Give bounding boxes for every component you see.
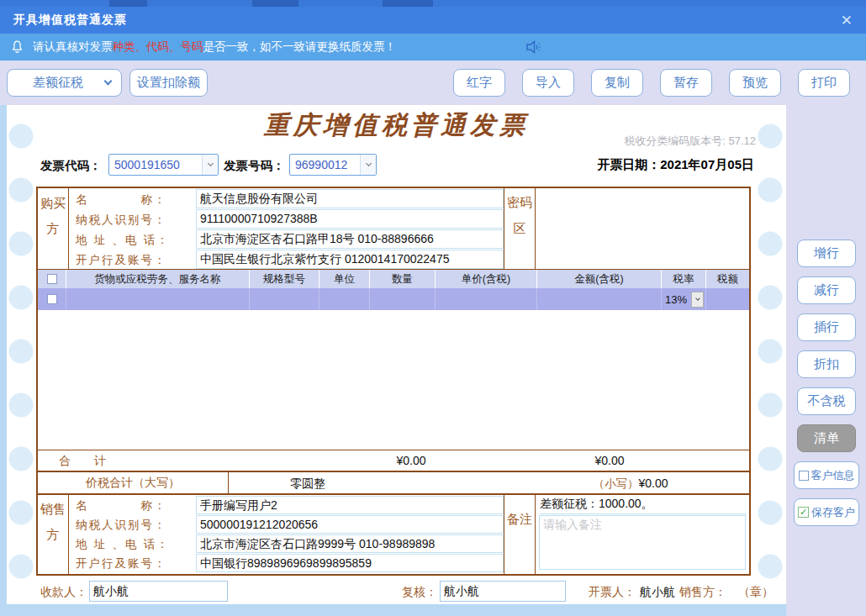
tax-mode-select[interactable]: 差额征税 — [7, 69, 122, 97]
invoice-form: 购买方 名 称： 纳税人识别号： 地 址 、电 话： 开户行及账号： 航天信息股… — [36, 187, 751, 576]
import-button[interactable]: 导入 — [522, 69, 574, 97]
buyer-bank-field[interactable]: 中国民生银行北京紫竹支行 0120014170022475 — [196, 250, 504, 269]
remarks-line1[interactable]: 差额征税：1000.00。 — [540, 497, 747, 514]
notice-bar: 请认真核对发票种类、代码、号码是否一致，如不一致请更换纸质发票！ — [0, 34, 866, 61]
print-button[interactable]: 打印 — [798, 69, 850, 97]
seller-section: 销售方 名 称： 纳税人识别号： 地 址 、电 话： 开户行及账号： 手册编写用… — [38, 493, 749, 574]
tax-code-version-note: 税收分类编码版本号: 57.12 — [624, 134, 756, 149]
reviewer-label: 复核： — [402, 585, 437, 600]
unit-cell[interactable] — [319, 288, 370, 310]
buyer-name-field[interactable]: 航天信息股份有限公司 — [196, 189, 504, 208]
tax-rate-cell: 13% — [662, 288, 706, 310]
seller-address-field[interactable]: 北京市海淀区杏石口路9999号 010-98989898 — [196, 534, 504, 553]
payee-input[interactable] — [89, 581, 228, 602]
seller-bank-field[interactable]: 中国银行8989896969899895859 — [196, 554, 504, 572]
spec-cell[interactable] — [250, 288, 319, 310]
invoice-code-label: 发票代码： — [40, 158, 102, 174]
chevron-down-icon — [104, 77, 113, 86]
tax-mode-value: 差额征税 — [11, 75, 105, 91]
remove-row-button[interactable]: 减行 — [797, 276, 856, 304]
col-qty: 数量 — [370, 270, 436, 288]
item-row-1[interactable]: 13% — [38, 288, 749, 310]
buyer-taxid-field[interactable]: 91110000710927388B — [196, 209, 504, 229]
remarks-side-label: 备注 — [504, 495, 536, 574]
buyer-address-field[interactable]: 北京市海淀区杏石口路甲18号 010-88896666 — [196, 229, 504, 249]
grand-total-row: 价税合计（大写） 零圆整 （小写）¥0.00 — [38, 471, 749, 493]
tax-rate-select[interactable]: 13% — [662, 292, 705, 308]
seller-bank-label: 开户行及账号： — [76, 556, 198, 571]
col-tax-rate: 税率 — [662, 270, 706, 288]
grand-total-label: 价税合计（大写） — [38, 472, 229, 493]
row-checkbox[interactable] — [47, 294, 57, 304]
invoice-code-value: 5000191650 — [109, 158, 202, 171]
save-customer-label: 保存客户 — [811, 505, 855, 520]
toolbar-actions: 红字 导入 复制 暂存 预览 打印 — [453, 69, 850, 97]
customer-info-button[interactable]: 客户信息 — [794, 461, 859, 489]
grand-total-value: ¥0.00 — [638, 476, 668, 490]
invoice-dialog: 开具增值税普通发票 ✕ 请认真核对发票种类、代码、号码是否一致，如不一致请更换纸… — [0, 7, 866, 616]
list-button[interactable]: 清单 — [797, 424, 856, 452]
items-table-header: 货物或应税劳务、服务名称 规格型号 单位 数量 单价(含税) 金额(含税) 税率… — [38, 269, 749, 288]
notice-suffix: 是否一致，如不一致请更换纸质发票！ — [203, 40, 397, 53]
background-window-fragment — [252, 0, 298, 7]
col-amount: 金额(含税) — [537, 270, 662, 288]
seller-name-label: 名 称： — [76, 498, 198, 513]
totals-row: 合 计 ¥0.00 ¥0.00 — [38, 450, 749, 471]
action-sidebar: 增行 减行 插行 折扣 不含税 清单 客户信息 ✓ 保存客户 — [786, 105, 866, 616]
chevron-down-icon — [360, 155, 376, 175]
save-draft-button[interactable]: 暂存 — [660, 69, 712, 97]
notice-emphasis: 种类、代码、号码 — [113, 40, 203, 53]
password-area-side-label: 密码区 — [504, 188, 536, 269]
seller-name-field[interactable]: 手册编写用户2 — [196, 496, 504, 514]
background-window-fragment — [109, 0, 147, 7]
select-all-checkbox[interactable] — [47, 274, 57, 284]
qty-cell[interactable] — [370, 288, 436, 310]
seller-stamp-value: （章） — [738, 585, 774, 598]
buyer-side-label: 购买方 — [38, 188, 69, 269]
issuer-label: 开票人： — [589, 585, 636, 600]
insert-row-button[interactable]: 插行 — [797, 313, 856, 341]
col-goods-name: 货物或应税劳务、服务名称 — [66, 270, 250, 288]
customer-info-checkbox[interactable] — [799, 471, 809, 481]
invoice-number-label: 发票号码： — [224, 158, 285, 174]
dialog-titlebar: 开具增值税普通发票 ✕ — [0, 7, 866, 34]
bell-icon — [10, 39, 24, 55]
tax-exclusive-button[interactable]: 不含税 — [797, 387, 856, 415]
perforation-dots-left — [8, 123, 34, 580]
col-unit: 单位 — [319, 270, 370, 288]
save-customer-button[interactable]: ✓ 保存客户 — [794, 498, 859, 526]
toolbar: 差额征税 设置扣除额 红字 导入 复制 暂存 预览 打印 — [0, 61, 866, 105]
goods-name-cell[interactable] — [66, 288, 250, 310]
amount-cell[interactable] — [537, 288, 662, 310]
buyer-bank-label: 开户行及账号： — [76, 253, 198, 268]
unit-price-cell[interactable] — [436, 288, 537, 310]
buyer-taxid-label: 纳税人识别号： — [76, 213, 198, 228]
reviewer-input[interactable] — [440, 581, 566, 602]
close-icon[interactable]: ✕ — [841, 13, 853, 28]
copy-button[interactable]: 复制 — [591, 69, 643, 97]
discount-button[interactable]: 折扣 — [797, 350, 856, 378]
seller-stamp-label: 销售方： — [679, 585, 726, 598]
invoice-code-select[interactable]: 5000191650 — [108, 154, 219, 176]
grand-total-small-label: （小写） — [593, 476, 638, 490]
tax-rate-value: 13% — [665, 293, 691, 306]
red-letter-button[interactable]: 红字 — [453, 69, 505, 97]
preview-button[interactable]: 预览 — [729, 69, 781, 97]
set-deduction-button[interactable]: 设置扣除额 — [129, 69, 208, 97]
invoice-paper: 重庆增值税普通发票 税收分类编码版本号: 57.12 发票代码： 5000191… — [7, 105, 786, 604]
tax-amount-cell[interactable] — [706, 288, 749, 310]
invoice-date-label: 开票日期： — [597, 157, 660, 171]
seller-taxid-field[interactable]: 500000191212020656 — [196, 515, 504, 534]
col-spec: 规格型号 — [250, 270, 319, 288]
totals-amount: ¥0.00 — [559, 454, 660, 467]
select-all-cell — [38, 270, 66, 288]
invoice-number-value: 96990012 — [290, 158, 360, 171]
add-row-button[interactable]: 增行 — [797, 240, 856, 267]
seller-address-label: 地 址 、电 话： — [76, 537, 198, 552]
save-customer-checkbox[interactable]: ✓ — [798, 507, 809, 518]
remarks-input[interactable] — [539, 515, 746, 570]
notice-prefix: 请认真核对发票 — [33, 40, 113, 53]
speaker-icon[interactable] — [525, 40, 542, 54]
background-window-strip — [0, 0, 866, 7]
invoice-number-select[interactable]: 96990012 — [289, 154, 377, 176]
